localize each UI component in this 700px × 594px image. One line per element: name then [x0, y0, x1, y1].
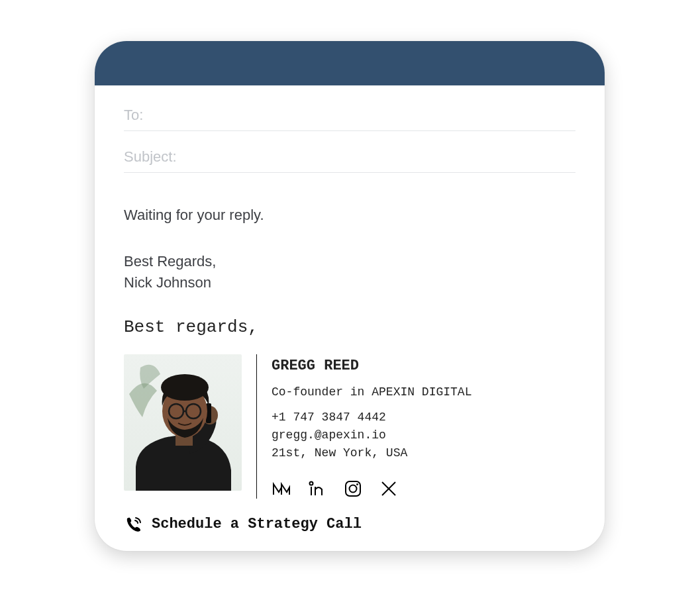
svg-point-12 [350, 485, 357, 492]
body-closing: Best Regards, [124, 251, 575, 272]
signature-divider [256, 354, 257, 499]
subject-field-row[interactable]: Subject: [124, 143, 575, 173]
signature-greeting: Best regards, [124, 317, 575, 337]
signature-email: gregg.@apexin.io [272, 428, 472, 443]
svg-rect-11 [346, 481, 360, 496]
email-body[interactable]: Waiting for your reply. Best Regards, Ni… [95, 173, 605, 293]
linkedin-icon[interactable] [307, 479, 327, 499]
schedule-call-label: Schedule a Strategy Call [152, 516, 362, 532]
x-twitter-icon[interactable] [379, 479, 399, 499]
signature-block: Best regards, [95, 293, 605, 533]
signature-name: GREGG REED [272, 357, 472, 376]
body-line: Waiting for your reply. [124, 205, 575, 226]
svg-point-5 [161, 374, 209, 401]
subject-label: Subject: [124, 148, 177, 165]
schedule-call-cta[interactable]: Schedule a Strategy Call [125, 516, 575, 533]
body-sender: Nick Johnson [124, 272, 575, 293]
svg-point-13 [356, 483, 358, 485]
signature-address: 21st, New York, USA [272, 446, 472, 461]
to-field-row[interactable]: To: [124, 101, 575, 131]
instagram-icon[interactable] [343, 479, 363, 499]
signature-role: Co-founder in APEXIN DIGITAL [272, 385, 472, 400]
medium-icon[interactable] [272, 479, 291, 499]
social-links [272, 479, 472, 499]
svg-point-9 [310, 481, 313, 485]
phone-call-icon [125, 516, 142, 533]
signature-phone: +1 747 3847 4442 [272, 410, 472, 425]
avatar [124, 354, 242, 491]
email-compose-card: To: Subject: Waiting for your reply. Bes… [95, 41, 605, 551]
to-label: To: [124, 107, 143, 123]
card-header-bar [95, 41, 605, 85]
